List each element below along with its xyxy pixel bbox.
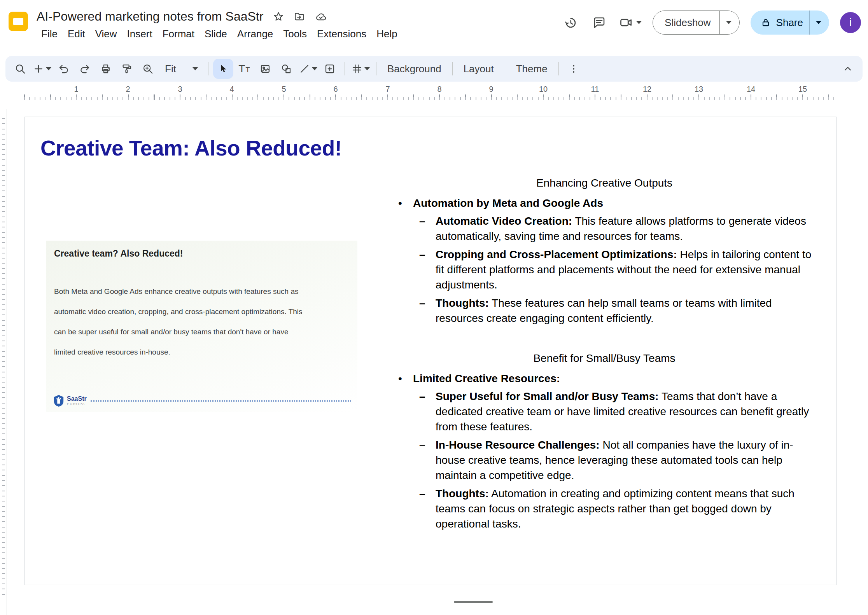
embedded-image-heading: Creative team? Also Reduced!: [54, 248, 183, 259]
select-tool-button[interactable]: [213, 59, 233, 79]
ruler-number: 8: [435, 85, 443, 94]
slides-app-icon[interactable]: [9, 12, 28, 31]
line-icon: [299, 63, 310, 75]
slideshow-label: Slideshow: [653, 17, 719, 29]
undo-button[interactable]: [54, 59, 74, 79]
insert-shape-button[interactable]: [276, 59, 296, 79]
line-dropdown-icon[interactable]: [312, 67, 317, 70]
ruler-number: 3: [176, 85, 184, 94]
search-menus-button[interactable]: [10, 59, 30, 79]
menu-view[interactable]: View: [91, 27, 122, 41]
slide-title[interactable]: Creative Team: Also Reduced!: [40, 136, 342, 161]
new-slide-dropdown-icon[interactable]: [46, 67, 51, 70]
join-call-button[interactable]: [619, 16, 642, 30]
embedded-body-line: automatic video creation, cropping, and …: [54, 308, 352, 316]
insert-line-button[interactable]: [297, 59, 319, 79]
more-options-button[interactable]: [564, 59, 584, 79]
print-icon: [100, 63, 112, 75]
ruler-number: 15: [796, 85, 809, 94]
grid-lines-icon: [351, 63, 363, 75]
insert-comment-button[interactable]: [320, 59, 340, 79]
share-button[interactable]: Share: [751, 10, 829, 35]
grid-dropdown-icon[interactable]: [364, 67, 370, 70]
menu-slide[interactable]: Slide: [200, 27, 232, 41]
cloud-saved-icon[interactable]: [315, 11, 327, 23]
ruler-number: 9: [487, 85, 495, 94]
decorative-dotted-line: [91, 400, 351, 402]
vertical-ruler[interactable]: [0, 109, 7, 615]
hide-menus-button[interactable]: [838, 59, 858, 79]
sub-bullet-item: Thoughts: Automation in creating and opt…: [390, 486, 818, 531]
notes-text-box[interactable]: Enhancing Creative Outputs Automation by…: [390, 175, 834, 535]
sub-bullet-label: Cropping and Cross-Placement Optimizatio…: [436, 248, 677, 260]
table-grid-button[interactable]: [350, 59, 371, 79]
bullet-item: Automation by Meta and Google Ads: [390, 196, 818, 211]
video-camera-icon: [619, 16, 633, 30]
slideshow-button[interactable]: Slideshow: [653, 10, 740, 35]
new-slide-button[interactable]: [31, 59, 53, 79]
search-icon: [14, 63, 26, 75]
menu-help[interactable]: Help: [372, 27, 402, 41]
cursor-icon: [218, 63, 229, 74]
sub-bullet-item: In-House Resource Challenges: Not all co…: [390, 437, 818, 483]
theme-button[interactable]: Theme: [510, 59, 554, 79]
menu-insert[interactable]: Insert: [122, 27, 157, 41]
version-history-button[interactable]: [562, 14, 579, 31]
menu-extensions[interactable]: Extensions: [312, 27, 371, 41]
ruler-number: 11: [589, 85, 601, 94]
toolbar-divider: [376, 62, 376, 75]
slide-canvas[interactable]: Creative Team: Also Reduced! Creative te…: [24, 117, 836, 585]
user-avatar[interactable]: i: [840, 12, 861, 33]
background-button[interactable]: Background: [381, 59, 448, 79]
layout-button[interactable]: Layout: [457, 59, 500, 79]
app-header: AI-Powered marketing notes from SaaStr F…: [0, 0, 868, 55]
insert-image-button[interactable]: [255, 59, 275, 79]
three-dots-icon: [568, 63, 579, 74]
ruler-number: 12: [641, 85, 653, 94]
text-box-button[interactable]: [234, 59, 254, 79]
menu-arrange[interactable]: Arrange: [233, 27, 278, 41]
saastr-logo-text: SaaStr: [67, 396, 87, 402]
star-icon[interactable]: [273, 11, 284, 23]
header-right: Slideshow Share i: [562, 0, 861, 39]
document-title[interactable]: AI-Powered marketing notes from SaaStr: [37, 9, 263, 24]
zoom-level-dropdown[interactable]: Fit: [159, 59, 203, 79]
zoom-button[interactable]: [138, 59, 158, 79]
sub-bullet-label: Thoughts:: [436, 487, 489, 500]
title-and-menus: AI-Powered marketing notes from SaaStr F…: [37, 9, 402, 55]
ruler-number: 13: [693, 85, 705, 94]
toolbar-divider: [452, 62, 453, 75]
comments-button[interactable]: [590, 14, 608, 31]
sub-bullet-label: Automatic Video Creation:: [436, 215, 572, 227]
menu-format[interactable]: Format: [158, 27, 199, 41]
menu-file[interactable]: File: [37, 27, 62, 41]
text-box-icon: [238, 63, 250, 75]
toolbar-divider: [345, 62, 345, 75]
slideshow-dropdown[interactable]: [720, 21, 739, 24]
sub-bullet-label: Super Useful for Small and/or Busy Teams…: [436, 390, 659, 402]
share-label: Share: [776, 17, 803, 29]
speaker-notes-handle[interactable]: [454, 601, 493, 603]
embedded-slide-image[interactable]: Creative team? Also Reduced! Both Meta a…: [46, 241, 357, 412]
zoom-dropdown-icon: [192, 67, 198, 70]
main-toolbar: Fit Background Layout Theme: [5, 56, 863, 82]
paint-roller-icon: [121, 63, 133, 75]
share-dropdown[interactable]: [810, 21, 829, 24]
move-to-folder-icon[interactable]: [294, 11, 305, 23]
insert-comment-icon: [324, 63, 336, 75]
zoom-level-value: Fit: [165, 63, 176, 75]
comment-icon: [593, 16, 606, 29]
embedded-image-footer: SaaStr EUROPA: [53, 395, 351, 407]
header-left: AI-Powered marketing notes from SaaStr F…: [9, 0, 402, 55]
menu-edit[interactable]: Edit: [63, 27, 90, 41]
horizontal-ruler[interactable]: 1 2 3 4 5 6 7 8 9 10 11 12 13 14 15: [0, 83, 868, 103]
lock-icon: [761, 17, 771, 28]
menu-tools[interactable]: Tools: [278, 27, 312, 41]
paint-format-button[interactable]: [117, 59, 137, 79]
redo-button[interactable]: [75, 59, 95, 79]
print-button[interactable]: [96, 59, 116, 79]
embedded-body-line: limited creative resources in-house.: [54, 348, 352, 356]
camera-dropdown-icon[interactable]: [636, 21, 642, 24]
menu-bar: File Edit View Insert Format Slide Arran…: [37, 27, 402, 41]
embedded-body-line: can be super useful for small and/or bus…: [54, 328, 352, 336]
